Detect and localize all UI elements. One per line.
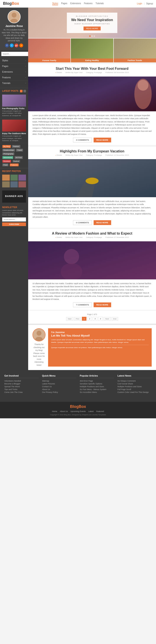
sidebar-menu: Styles› Pages› Extensions› Features› Tut…: [0, 58, 28, 86]
tag-myblog[interactable]: My Blog: [2, 145, 11, 148]
sidebar-item-tutorials[interactable]: Tutorials›: [0, 80, 28, 86]
vacation-read-more-button[interactable]: READ MORE: [94, 220, 111, 225]
footer-col-4-item-1[interactable]: Cool Social Share: [117, 383, 152, 385]
tag-food[interactable]: Food: [2, 164, 8, 166]
footer-col-1-item-0[interactable]: Volunteers Needed: [4, 380, 39, 382]
footer: Get Involved Volunteers Needed Become a …: [0, 370, 156, 402]
nav-features[interactable]: Features: [84, 2, 92, 5]
footer-col-3-item-1[interactable]: Sensitize Specific Options: [80, 383, 114, 385]
pagination-page-1-button[interactable]: 1: [82, 317, 86, 321]
featured-comments-button[interactable]: 3 COMMENTS: [73, 138, 92, 142]
about-right-subtitle: Let Me Tell You About Myself: [51, 334, 149, 337]
slider-dot-2[interactable]: [91, 36, 93, 37]
latest-post-1-title[interactable]: Fun Photography Tricks: [2, 108, 26, 110]
featured-post-actions: 3 COMMENTS READ MORE: [32, 138, 152, 142]
newsletter-email-input[interactable]: [2, 218, 26, 222]
tag-reviews[interactable]: Reviews: [2, 160, 11, 163]
sidebar-item-styles[interactable]: Styles›: [0, 58, 28, 64]
footer-col-1-item-1[interactable]: Become a Blogger: [4, 383, 39, 385]
slider-dot-1[interactable]: [89, 36, 90, 37]
tag-photography[interactable]: Photography: [2, 152, 14, 155]
nav-extensions[interactable]: Extensions: [71, 2, 81, 5]
tag-artpost[interactable]: Art Post: [14, 156, 23, 159]
pagination-next-button[interactable]: Next: [104, 317, 110, 321]
footer-col-2-item-4[interactable]: Our Privacy Policy: [42, 391, 76, 393]
grid-post-3[interactable]: Fashion Trends: [114, 38, 156, 62]
recent-photo-1[interactable]: [2, 174, 10, 181]
recent-photo-5[interactable]: [10, 181, 18, 188]
twitter-icon[interactable]: t: [10, 44, 14, 48]
about-author-section: Thanks for checking out my blog! Please …: [28, 324, 156, 370]
recent-photo-4[interactable]: [2, 181, 10, 188]
nav-styles[interactable]: Styles: [52, 2, 58, 5]
subscribe-button[interactable]: SUBSCRIBE: [2, 222, 26, 226]
footer-link-home[interactable]: Home: [52, 410, 57, 412]
grid-post-1[interactable]: Forever Family: [28, 38, 71, 62]
sidebar-item-extensions[interactable]: Extensions›: [0, 69, 28, 75]
about-author-avatar: [32, 328, 46, 341]
fashion-comments-button[interactable]: 7 COMMENTS: [73, 302, 92, 307]
footer-col-3-item-0[interactable]: 404 Error Page: [80, 380, 114, 382]
latest-post-1-img: [2, 94, 26, 106]
latest-post-2-img: [2, 120, 26, 132]
footer-link-latest[interactable]: Latest: [88, 410, 94, 412]
footer-col-2-item-1[interactable]: Latest Pictures: [42, 383, 76, 385]
footer-link-featured[interactable]: Featured: [96, 410, 104, 412]
pagination-page-4-button[interactable]: 4: [98, 317, 103, 321]
rss-icon[interactable]: ⚡: [19, 44, 23, 48]
footer-link-events[interactable]: Upcoming Events: [71, 410, 86, 412]
footer-col-4-item-2[interactable]: Multiple Positions and Sizes: [117, 386, 152, 388]
search-input[interactable]: [1, 52, 28, 56]
newsletter-text: Lorem ipsum dolor sit amet, consectetur …: [2, 210, 26, 216]
recent-photo-6[interactable]: [18, 181, 26, 188]
nav-tutorials[interactable]: Tutorials: [95, 2, 104, 5]
googleplus-icon[interactable]: g+: [14, 44, 18, 48]
footer-col-1-item-2[interactable]: Spread The Word: [4, 386, 39, 388]
footer-col-1-item-4[interactable]: Come Join The Crew: [4, 391, 39, 393]
pagination-start-button[interactable]: Start: [66, 317, 73, 321]
footer-col-3-item-3[interactable]: SU Fan Menu - Menus System: [80, 388, 114, 390]
tag-relationships[interactable]: Relationships: [2, 149, 15, 152]
sidebar-item-features[interactable]: Features›: [0, 75, 28, 80]
hero-read-more-button[interactable]: READ MORE: [84, 26, 101, 30]
footer-col-2-item-0[interactable]: Sitemap: [42, 380, 76, 382]
nav-pages[interactable]: Pages: [61, 2, 67, 5]
vacation-comments-button[interactable]: 0 COMMENTS: [73, 220, 92, 225]
recent-photo-3[interactable]: [18, 174, 26, 181]
logo-accent: Box: [12, 1, 19, 6]
footer-col-4-item-4[interactable]: Custom Color Used For This Design: [117, 391, 152, 393]
sidebar-item-pages[interactable]: Pages›: [0, 64, 28, 69]
tag-fashion[interactable]: Fashion: [12, 145, 20, 148]
footer-col-1-item-3[interactable]: Tips and Tricks: [4, 388, 39, 390]
slider-dot-3[interactable]: [94, 36, 95, 37]
footer-col-4-item-0[interactable]: SU Disqus Comment: [117, 380, 152, 382]
footer-link-about[interactable]: About Us: [60, 410, 68, 412]
avatar: [7, 10, 21, 23]
tag-features[interactable]: Features: [10, 164, 19, 166]
latest-post-2-title[interactable]: Enjoy The Outdoors More: [2, 132, 26, 134]
fashion-read-more-button[interactable]: READ MORE: [94, 302, 111, 307]
pagination-page-2-button[interactable]: 2: [87, 317, 92, 321]
footer-col-2-item-3[interactable]: About Us: [42, 388, 76, 390]
tag-travel[interactable]: Travel: [16, 149, 23, 152]
login-link[interactable]: Login: [137, 2, 142, 5]
pagination-end-button[interactable]: End: [112, 317, 118, 321]
footer-col-3-item-4[interactable]: SU Accordion Menu: [80, 391, 114, 393]
tag-adventures[interactable]: Adventures: [2, 156, 13, 159]
signup-link[interactable]: Signup: [146, 2, 153, 5]
latest-post-2: Enjoy The Outdoors More Cras posuere mag…: [0, 118, 28, 143]
footer-col-4-item-3[interactable]: Full Page Scroll: [117, 388, 152, 390]
meta-category: Category: Frontpage: [86, 72, 102, 74]
footer-col-2-item-2[interactable]: Contact Us: [42, 386, 76, 388]
recent-photo-2[interactable]: [10, 174, 18, 181]
pagination-page-3-button[interactable]: 3: [93, 317, 97, 321]
social-icons: f t g+ ⚡: [2, 44, 26, 48]
pagination-prev-button[interactable]: Prev: [74, 317, 81, 321]
grid-post-2[interactable]: Eating Healthy: [71, 38, 113, 62]
facebook-icon[interactable]: f: [5, 44, 9, 48]
featured-read-more-button[interactable]: READ MORE: [94, 138, 111, 142]
ad-box-title: BANNER ADS: [4, 195, 24, 198]
tag-radical[interactable]: Radical: [12, 160, 20, 163]
about-author-text: Thanks for checking out my blog! Please …: [32, 343, 46, 366]
footer-col-3-item-2[interactable]: Multiple Positions and Sizes: [80, 386, 114, 388]
